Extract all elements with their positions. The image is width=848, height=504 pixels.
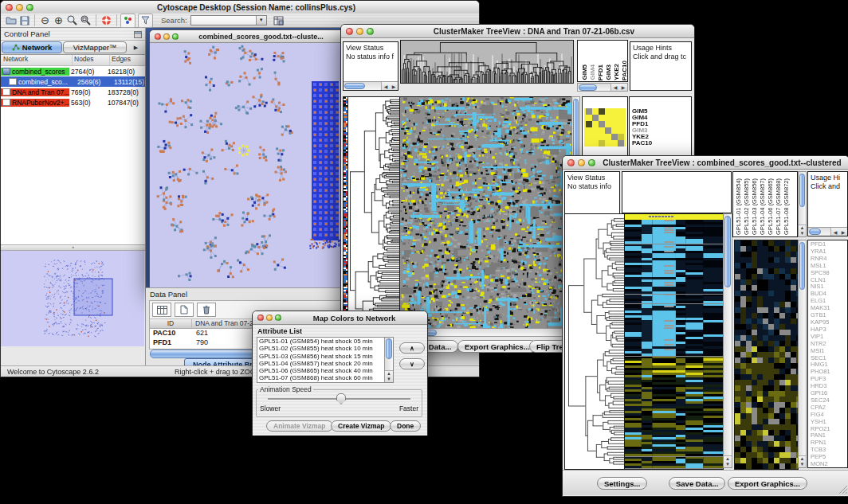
tab-vizmapper[interactable]: VizMapper™ [63, 41, 127, 53]
tv2-zoom-heatmap[interactable] [734, 240, 799, 470]
done-button[interactable]: Done [390, 420, 421, 432]
tv2-row-dendrogram[interactable] [564, 213, 626, 470]
tv1-column-label: GIM5 [581, 64, 588, 80]
resize-grip-icon[interactable] [838, 485, 848, 494]
window-title: Cytoscape Desktop (Session Name: collins… [33, 3, 479, 12]
close-button[interactable] [346, 28, 353, 35]
select-attributes-icon[interactable] [152, 303, 171, 317]
table-report-icon[interactable] [272, 14, 285, 27]
zoom-in-icon[interactable]: ⊕ [52, 14, 65, 27]
control-panel: Control Panel Network VizMapper™ ▶ Netwo… [1, 28, 146, 365]
minimize-button[interactable] [578, 159, 585, 166]
tv1-export-graphics-button[interactable]: Export Graphics... [457, 340, 537, 353]
network-tree-row[interactable]: combined_sco... 2569(6) 13112(15) [1, 76, 145, 87]
slider-thumb[interactable] [336, 393, 346, 404]
zoom-button[interactable] [367, 28, 374, 35]
new-attribute-icon[interactable] [175, 303, 194, 317]
zoom-selected-icon[interactable] [65, 14, 79, 27]
tv2-column-dendrogram[interactable] [622, 171, 732, 213]
minimize-button[interactable] [356, 28, 363, 35]
attribute-list-item[interactable]: GPL51-03 (GSM856) heat shock 15 min [257, 353, 384, 360]
help-lifesaver-icon[interactable] [100, 14, 113, 27]
animation-speed-group: Animation Speed Slower Faster [256, 385, 422, 417]
network-tab-icon [12, 44, 20, 51]
tv2-footer: Settings... Save Data... Export Graphics… [563, 470, 848, 495]
move-down-button[interactable]: ∨ [399, 358, 425, 369]
attribute-list-vscrollbar[interactable]: ▲▼ [384, 338, 393, 382]
toolbar-separator [96, 14, 96, 26]
tv1-column-label: GIM3 [605, 64, 612, 80]
tv2-gene-list-panel[interactable]: PFD1YRA1RNR4MSL1SPC98CLN1NIS1BUD4ELG1MAK… [807, 240, 848, 468]
attribute-list-item[interactable]: GPL51-04 (GSM857) heat shock 20 min [257, 360, 384, 367]
zoom-out-icon[interactable]: ⊖ [38, 14, 52, 27]
animation-speed-slider[interactable] [268, 393, 410, 404]
tv1-zoom-matrix[interactable] [584, 108, 626, 147]
animate-vizmap-button[interactable]: Animate Vizmap [266, 420, 333, 432]
filter-icon[interactable] [138, 14, 153, 28]
control-panel-title: Control Panel [4, 29, 50, 38]
close-button[interactable] [155, 33, 161, 40]
move-up-button[interactable]: ∧ [399, 342, 425, 354]
attribute-list[interactable]: GPL51-01 (GSM854) heat shock 05 minGPL51… [257, 337, 394, 383]
tv1-column-label: GIM4 [589, 64, 596, 80]
network-table-header: Network Nodes Edges [1, 55, 145, 66]
zoom-button[interactable] [172, 33, 179, 40]
open-file-icon[interactable] [4, 14, 18, 27]
zoom-fit-icon[interactable] [79, 14, 92, 27]
close-button[interactable] [6, 4, 13, 11]
tv2-save-data-button[interactable]: Save Data... [669, 477, 725, 490]
treeview1-titlebar[interactable]: ClusterMaker TreeView : DNA and Tran 07-… [341, 25, 694, 38]
tv2-column-labels[interactable]: GPL51-01 (GSM854)GPL51-02 (GSM855)GPL51-… [732, 171, 798, 237]
tv1-column-dendrogram[interactable] [400, 40, 574, 84]
panel-splitter[interactable]: ● [1, 245, 145, 251]
zoom-button[interactable] [26, 4, 33, 11]
minimize-button[interactable] [163, 33, 170, 40]
create-vizmap-button[interactable]: Create Vizmap [331, 420, 391, 432]
minimize-button[interactable] [16, 4, 23, 11]
search-input[interactable]: ▼ [190, 15, 267, 25]
tv2-hints-hscrollbar[interactable]: ◀▶ [808, 227, 847, 236]
vizmap-icon[interactable] [120, 14, 135, 28]
tv2-gene-label[interactable]: MON2 [811, 461, 847, 468]
attribute-list-item[interactable]: GPL51-01 (GSM854) heat shock 05 min [257, 338, 384, 345]
treeview2-title: ClusterMaker TreeView : combined_scores_… [595, 158, 848, 167]
tv1-status-hscrollbar[interactable]: ◀▶ [344, 81, 398, 90]
minimize-button[interactable] [266, 315, 273, 321]
attribute-list-item[interactable]: GPL51-02 (GSM855) heat shock 10 min [257, 345, 384, 352]
network-tree-rows: combined_scores 2764(0) 16218(0) combine… [1, 66, 145, 107]
network-canvas[interactable] [150, 43, 342, 287]
search-dropdown-icon[interactable]: ▼ [256, 16, 266, 25]
tv2-export-graphics-button[interactable]: Export Graphics... [728, 477, 807, 490]
desktop: Cytoscape Desktop (Session Name: collins… [0, 0, 848, 504]
tv1-row-dendrogram[interactable] [347, 96, 400, 329]
tv1-heatmap[interactable] [399, 96, 572, 329]
toolbar-separator [34, 14, 35, 26]
attribute-list-item[interactable]: GPL51-07 (GSM868) heat shock 60 min [257, 374, 384, 381]
tv2-labels-vscrollbar[interactable]: ▲▼ [798, 171, 807, 237]
delete-attribute-trash-icon[interactable] [197, 303, 216, 317]
tv2-heatmap-vscrollbar[interactable]: ▲▼ [723, 213, 732, 468]
window-controls [6, 4, 33, 11]
float-panel-icon[interactable] [134, 27, 142, 41]
dialog-title: Map Colors to Network [281, 314, 427, 322]
tv2-settings-button[interactable]: Settings... [597, 477, 647, 490]
tv2-zoom-vscrollbar[interactable]: ▲▼ [798, 240, 807, 468]
network-tree-row[interactable]: combined_scores 2764(0) 16218(0) [1, 66, 145, 76]
tab-overflow-icon[interactable]: ▶ [127, 41, 145, 54]
tab-network[interactable]: Network [2, 41, 62, 53]
zoom-button[interactable] [275, 315, 281, 321]
cytoscape-titlebar[interactable]: Cytoscape Desktop (Session Name: collins… [1, 1, 479, 14]
zoom-button[interactable] [588, 159, 595, 166]
treeview2-titlebar[interactable]: ClusterMaker TreeView : combined_scores_… [563, 156, 848, 170]
tv1-labels-hscrollbar[interactable]: ◀▶ [577, 83, 628, 92]
attribute-list-item[interactable]: GPL51-06 (GSM865) heat shock 40 min [257, 367, 384, 374]
save-icon[interactable] [18, 14, 31, 27]
dialog-titlebar[interactable]: Map Colors to Network [253, 311, 427, 325]
network-tree-row[interactable]: DNA and Tran 07... 769(0) 183728(0) [1, 87, 145, 97]
tv1-column-labels[interactable]: GIM5GIM4PFD1GIM3YKE2PAC10 [577, 40, 628, 82]
network-tree-row[interactable]: RNAPuberNov2+... 563(0) 107847(0) [1, 97, 145, 107]
tv2-heatmap[interactable] [624, 213, 724, 470]
close-button[interactable] [567, 159, 575, 166]
birdseye-view[interactable] [1, 251, 144, 346]
close-button[interactable] [257, 315, 264, 321]
